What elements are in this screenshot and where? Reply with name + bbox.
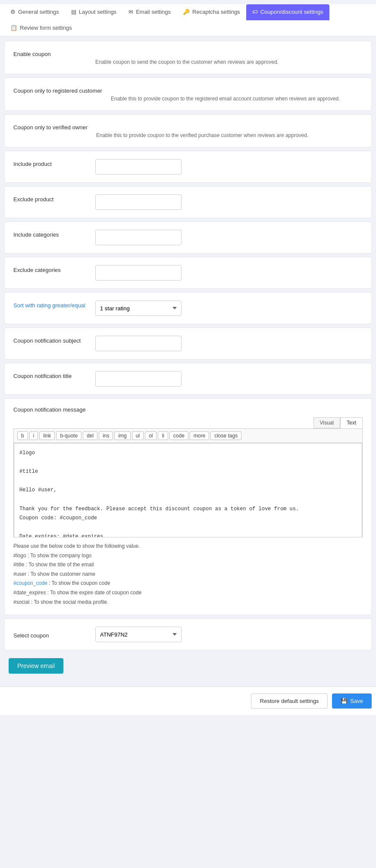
exclude-product-label: Exclude product — [13, 194, 87, 203]
exclude-product-row: Exclude product — [4, 186, 372, 218]
enable-coupon-desc: Enable coupon to send the coupon to the … — [95, 58, 363, 66]
notification-title-control — [95, 371, 363, 387]
editor-toolbar: b i link b-quote del ins img ul ol li co… — [13, 428, 363, 443]
verified-coupon-desc: Enable this to provide coupon to the ver… — [96, 131, 363, 139]
toolbar-ol[interactable]: ol — [145, 431, 157, 440]
help-title: Please use the below code to show the fo… — [13, 542, 363, 551]
verified-coupon-label: Coupon only to verified owner — [13, 122, 88, 131]
help-coupon-code: #coupon_code : To show the coupon code — [13, 579, 363, 588]
bottom-actions: Restore default settings 💾 Save — [0, 687, 376, 715]
tab-review[interactable]: 📋 Review form settings — [4, 20, 78, 36]
include-categories-label: Include categories — [13, 230, 87, 238]
toolbar-ul[interactable]: ul — [132, 431, 144, 440]
general-icon: ⚙ — [10, 9, 16, 15]
select-coupon-control: ATNF97N2 — [95, 627, 363, 642]
exclude-product-input[interactable] — [95, 194, 182, 210]
sort-rating-label: Sort with rating greater/equal — [13, 300, 87, 309]
toolbar-bquote[interactable]: b-quote — [56, 431, 81, 440]
notification-title-label: Coupon notification title — [13, 371, 87, 379]
include-categories-input[interactable] — [95, 230, 182, 245]
notification-message-label: Coupon notification message — [13, 406, 363, 413]
enable-coupon-control: Enable coupon to send the coupon to the … — [95, 49, 363, 66]
save-button[interactable]: 💾 Save — [332, 693, 372, 709]
notification-subject-label: Coupon notification subject — [13, 336, 87, 344]
exclude-categories-control — [95, 265, 363, 281]
content-area: Enable coupon Enable coupon to send the … — [0, 37, 376, 687]
exclude-categories-input[interactable] — [95, 265, 182, 281]
notification-subject-control — [95, 336, 363, 351]
help-title-item: #title : To show the title of the email — [13, 560, 363, 570]
select-coupon-select[interactable]: ATNF97N2 — [95, 627, 182, 642]
help-coupon-code-highlight: #coupon_code — [13, 580, 47, 586]
preview-email-button[interactable]: Preview email — [9, 658, 63, 674]
verified-coupon-control: Enable this to provide coupon to the ver… — [96, 122, 363, 139]
include-product-input[interactable] — [95, 159, 182, 175]
exclude-categories-label: Exclude categories — [13, 265, 87, 273]
recaptcha-icon: 🔑 — [183, 9, 190, 15]
tab-general-label: General settings — [18, 9, 59, 15]
coupon-icon: 🏷 — [252, 9, 258, 15]
tab-email[interactable]: ✉ Email settings — [122, 4, 177, 20]
toolbar-img[interactable]: img — [114, 431, 130, 440]
editor-content: #logo #title Hello #user, Thank you for … — [19, 449, 357, 537]
tab-coupon-label: Coupon/discount settings — [260, 9, 323, 15]
select-coupon-label: Select coupon — [13, 631, 87, 639]
toolbar-more[interactable]: more — [190, 431, 209, 440]
save-label: Save — [350, 698, 363, 704]
enable-coupon-row: Enable coupon Enable coupon to send the … — [4, 41, 372, 74]
sort-rating-select[interactable]: 1 star rating 2 star rating 3 star ratin… — [95, 300, 182, 316]
visual-tab[interactable]: Visual — [313, 417, 340, 428]
save-icon: 💾 — [341, 698, 348, 704]
email-icon: ✉ — [128, 9, 133, 15]
help-logo: #logo : To show the company logo — [13, 551, 363, 561]
include-product-label: Include product — [13, 159, 87, 167]
editor-area[interactable]: #logo #title Hello #user, Thank you for … — [14, 443, 362, 537]
tab-recaptcha-label: Recaptcha settings — [192, 9, 240, 15]
preview-email-container: Preview email — [4, 654, 372, 682]
tab-general[interactable]: ⚙ General settings — [4, 4, 65, 20]
review-icon: 📋 — [10, 25, 17, 31]
sort-rating-control: 1 star rating 2 star rating 3 star ratin… — [95, 300, 363, 316]
help-social: #social : To show the social media profi… — [13, 598, 363, 607]
notification-title-row: Coupon notification title — [4, 363, 372, 395]
registered-coupon-row: Coupon only to registered customer Enabl… — [4, 78, 372, 111]
toolbar-code[interactable]: code — [169, 431, 188, 440]
notification-title-input[interactable] — [95, 371, 182, 387]
restore-defaults-button[interactable]: Restore default settings — [251, 693, 328, 709]
registered-coupon-desc: Enable this to provide coupon to the reg… — [111, 95, 363, 103]
include-product-control — [95, 159, 363, 175]
toolbar-del[interactable]: del — [83, 431, 97, 440]
tab-recaptcha[interactable]: 🔑 Recaptcha settings — [177, 4, 246, 20]
enable-coupon-label: Enable coupon — [13, 49, 87, 57]
notification-message-section: Coupon notification message Visual Text … — [4, 398, 372, 615]
help-text: Please use the below code to show the fo… — [13, 542, 363, 607]
editor-scrollbar-area[interactable]: #logo #title Hello #user, Thank you for … — [13, 443, 363, 537]
toolbar-i[interactable]: i — [29, 431, 38, 440]
select-coupon-row: Select coupon ATNF97N2 — [4, 618, 372, 650]
editor-tabs: Visual Text — [13, 417, 363, 428]
tabs-nav: ⚙ General settings ▤ Layout settings ✉ E… — [0, 4, 376, 37]
include-categories-row: Include categories — [4, 222, 372, 253]
exclude-categories-row: Exclude categories — [4, 257, 372, 289]
toolbar-ins[interactable]: ins — [99, 431, 113, 440]
toolbar-link[interactable]: link — [39, 431, 55, 440]
toolbar-b[interactable]: b — [17, 431, 28, 440]
toolbar-li[interactable]: li — [158, 431, 168, 440]
help-user: #user : To show the customer name — [13, 570, 363, 579]
verified-coupon-row: Coupon only to verified owner Enable thi… — [4, 114, 372, 147]
page-wrapper: ⚙ General settings ▤ Layout settings ✉ E… — [0, 0, 376, 724]
tab-layout-label: Layout settings — [79, 9, 116, 15]
exclude-product-control — [95, 194, 363, 210]
toolbar-close-tags[interactable]: close tags — [210, 431, 241, 440]
tab-coupon[interactable]: 🏷 Coupon/discount settings — [246, 4, 329, 20]
layout-icon: ▤ — [71, 9, 76, 15]
help-date-expires: #date_expires : To show the expire date … — [13, 588, 363, 598]
tab-layout[interactable]: ▤ Layout settings — [65, 4, 122, 20]
include-categories-control — [95, 230, 363, 245]
include-product-row: Include product — [4, 151, 372, 183]
registered-coupon-label: Coupon only to registered customer — [13, 86, 102, 94]
text-tab[interactable]: Text — [340, 417, 363, 428]
notification-subject-input[interactable] — [95, 336, 182, 351]
notification-subject-row: Coupon notification subject — [4, 328, 372, 359]
tab-email-label: Email settings — [136, 9, 171, 15]
